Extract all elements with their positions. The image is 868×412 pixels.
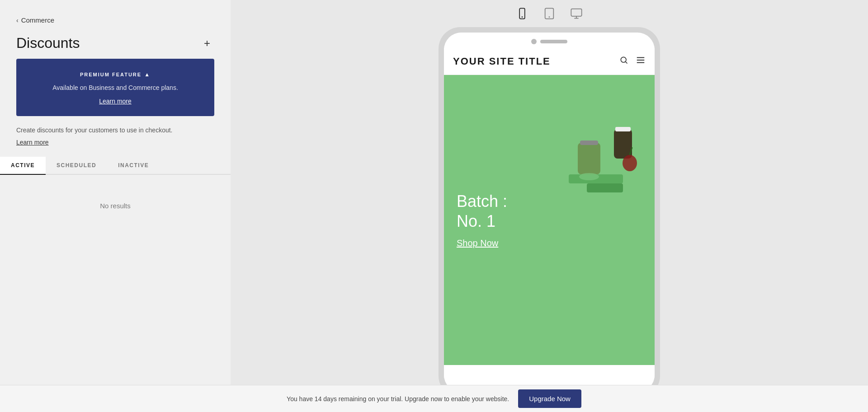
bottom-bar: You have 14 days remaining on your trial… bbox=[0, 385, 868, 412]
hero-batch-line2: No. 1 bbox=[457, 212, 495, 230]
svg-point-1 bbox=[522, 17, 522, 17]
svg-rect-16 bbox=[615, 127, 631, 131]
menu-icon[interactable] bbox=[636, 55, 646, 67]
phone-top-bar bbox=[444, 33, 655, 48]
premium-banner: PREMIUM FEATURE ▲ Available on Business … bbox=[16, 59, 214, 116]
device-switcher bbox=[516, 0, 583, 25]
svg-point-6 bbox=[621, 57, 626, 62]
tab-active[interactable]: ACTIVE bbox=[0, 157, 46, 175]
back-chevron-icon: ‹ bbox=[16, 17, 19, 24]
left-panel: ‹ Commerce Discounts + PREMIUM FEATURE ▲… bbox=[0, 0, 231, 412]
add-discount-button[interactable]: + bbox=[200, 36, 214, 51]
product-decoration bbox=[555, 84, 646, 229]
premium-label: PREMIUM FEATURE ▲ bbox=[27, 71, 203, 78]
premium-learn-more-link[interactable]: Learn more bbox=[99, 98, 132, 105]
page-title: Discounts bbox=[16, 35, 80, 52]
search-icon[interactable] bbox=[619, 56, 628, 67]
svg-rect-13 bbox=[578, 143, 600, 174]
desktop-device-button[interactable] bbox=[570, 7, 583, 20]
phone-camera-icon bbox=[531, 39, 537, 44]
trial-message: You have 14 days remaining on your trial… bbox=[287, 395, 509, 403]
svg-rect-14 bbox=[580, 140, 598, 145]
premium-available-text: Available on Business and Commerce plans… bbox=[27, 83, 203, 93]
discounts-description: Create discounts for your customers to u… bbox=[0, 125, 231, 135]
no-results-text: No results bbox=[0, 175, 231, 237]
site-header: YOUR SITE TITLE bbox=[444, 48, 655, 75]
svg-line-7 bbox=[626, 62, 627, 64]
upgrade-now-button[interactable]: Upgrade Now bbox=[518, 389, 581, 408]
learn-more-link[interactable]: Learn more bbox=[0, 139, 231, 146]
hero-batch-line1: Batch : bbox=[457, 192, 507, 211]
premium-arrow-icon: ▲ bbox=[144, 71, 151, 78]
hero-section: Batch :No. 1 Shop Now bbox=[444, 75, 655, 365]
site-header-icons bbox=[619, 55, 646, 67]
phone-mockup: YOUR SITE TITLE bbox=[439, 27, 660, 398]
back-label: Commerce bbox=[21, 16, 54, 24]
hero-cta[interactable]: Shop Now bbox=[457, 238, 507, 248]
tab-scheduled[interactable]: SCHEDULED bbox=[46, 157, 107, 175]
right-panel: YOUR SITE TITLE bbox=[231, 0, 868, 412]
tab-inactive[interactable]: INACTIVE bbox=[107, 157, 160, 175]
phone-screen: YOUR SITE TITLE bbox=[444, 33, 655, 392]
back-nav[interactable]: ‹ Commerce bbox=[0, 0, 231, 35]
phone-speaker-icon bbox=[540, 40, 567, 43]
tabs-container: ACTIVE SCHEDULED INACTIVE bbox=[0, 157, 231, 175]
site-title: YOUR SITE TITLE bbox=[453, 56, 551, 67]
tablet-device-button[interactable] bbox=[543, 7, 556, 20]
svg-point-19 bbox=[579, 173, 599, 180]
hero-text: Batch :No. 1 Shop Now bbox=[457, 192, 507, 248]
svg-point-17 bbox=[623, 155, 637, 171]
discounts-header: Discounts + bbox=[0, 35, 231, 59]
mobile-device-button[interactable] bbox=[516, 7, 528, 20]
svg-point-3 bbox=[549, 17, 549, 17]
svg-rect-12 bbox=[587, 183, 623, 192]
svg-rect-4 bbox=[571, 9, 581, 16]
hero-batch-title: Batch :No. 1 bbox=[457, 192, 507, 230]
